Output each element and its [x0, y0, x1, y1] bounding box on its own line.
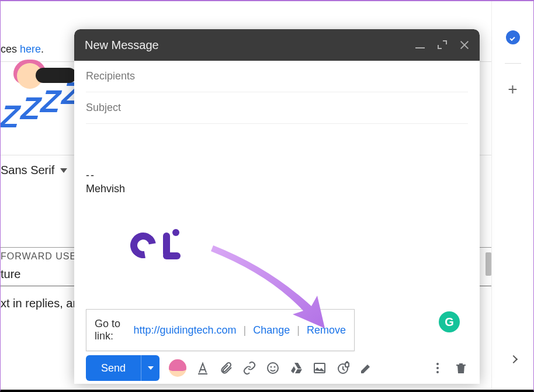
separator: | — [244, 324, 247, 337]
recipients-field[interactable]: Recipients — [86, 61, 468, 92]
svg-point-6 — [436, 363, 439, 365]
grammarly-button[interactable]: G — [439, 311, 460, 332]
remove-link-button[interactable]: Remove — [307, 324, 346, 337]
chevron-down-icon — [148, 366, 154, 370]
attach-file-icon[interactable] — [219, 361, 233, 375]
chevron-right-icon — [509, 355, 518, 363]
link-url[interactable]: http://guidingtech.com — [133, 324, 236, 337]
svg-point-1 — [271, 367, 272, 367]
link-popup-label: Go to link: — [95, 318, 130, 342]
compose-toolbar: Send — [74, 352, 480, 384]
svg-point-8 — [436, 371, 439, 373]
scrollbar-thumb[interactable] — [486, 252, 491, 276]
insert-link-icon[interactable] — [242, 361, 256, 375]
text: . — [41, 43, 44, 55]
change-link-button[interactable]: Change — [253, 324, 290, 337]
insert-photo-icon[interactable] — [313, 361, 327, 375]
svg-point-0 — [268, 363, 278, 373]
insert-signature-icon[interactable] — [359, 361, 373, 375]
message-body[interactable]: -- Mehvish — [86, 124, 468, 262]
signature-name: Mehvish — [86, 183, 468, 195]
separator: | — [297, 324, 300, 337]
formatting-icon[interactable] — [196, 361, 210, 375]
signature-separator: -- — [86, 169, 468, 182]
text: ces — [1, 43, 20, 55]
bitmoji-button[interactable] — [169, 359, 186, 377]
svg-rect-5 — [345, 363, 349, 367]
send-button[interactable]: Send — [86, 355, 141, 381]
tasks-addon-icon[interactable] — [505, 29, 521, 46]
link-edit-popup: Go to link: http://guidingtech.com | Cha… — [86, 309, 355, 351]
subject-field[interactable]: Subject — [86, 92, 468, 124]
insert-emoji-icon[interactable] — [266, 361, 280, 375]
more-options-icon[interactable] — [431, 361, 445, 375]
send-options-button[interactable] — [141, 355, 159, 381]
send-button-group: Send — [86, 355, 159, 381]
side-panel: + — [491, 1, 533, 390]
fullscreen-button[interactable] — [438, 40, 447, 50]
font-name: Sans Serif — [1, 164, 54, 177]
discard-draft-icon[interactable] — [454, 361, 468, 375]
insert-drive-icon[interactable] — [289, 361, 303, 375]
compose-header[interactable]: New Message — [74, 29, 480, 61]
compose-title: New Message — [85, 39, 415, 52]
svg-rect-9 — [456, 365, 466, 366]
divider — [505, 63, 521, 64]
add-addon-button[interactable]: + — [505, 81, 521, 98]
collapse-side-panel-button[interactable] — [502, 348, 525, 371]
chevron-down-icon — [60, 168, 67, 173]
svg-point-7 — [436, 367, 439, 369]
svg-point-2 — [275, 367, 275, 367]
link-here[interactable]: here — [20, 43, 41, 55]
signature-sticker: ZZZZ — [4, 67, 80, 137]
close-button[interactable] — [460, 40, 469, 50]
signature-logo-image[interactable] — [130, 229, 183, 262]
minimize-button[interactable] — [415, 40, 425, 50]
confidential-mode-icon[interactable] — [336, 361, 350, 375]
